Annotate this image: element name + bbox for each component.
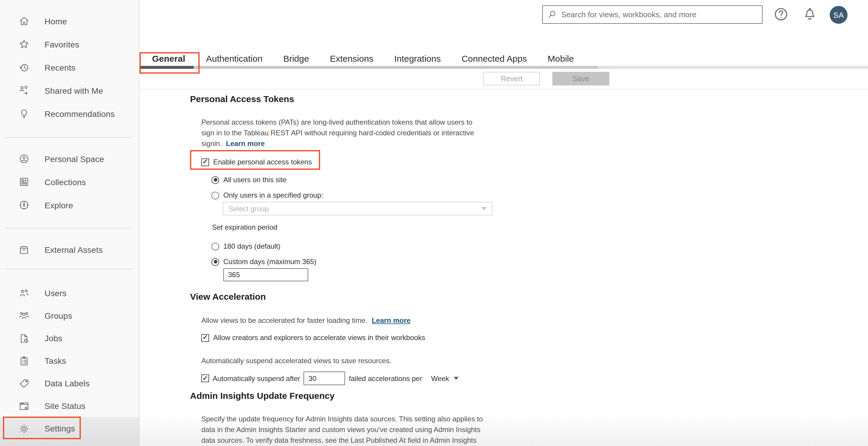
sidebar-item-site-status[interactable]: Site Status: [0, 394, 139, 417]
lightbulb-icon: [18, 107, 30, 120]
expiration-custom-radio[interactable]: [211, 258, 219, 266]
sidebar-admin-group: Users Groups Jobs Tasks Data Labels Site…: [0, 282, 139, 440]
tab-integrations[interactable]: Integrations: [394, 54, 441, 64]
pat-learn-more-link[interactable]: Learn more: [226, 139, 265, 148]
specified-group-radio[interactable]: [211, 192, 219, 199]
revert-button[interactable]: Revert: [484, 72, 540, 85]
notifications-button[interactable]: [801, 5, 818, 23]
va-section-heading: View Acceleration: [190, 291, 266, 302]
va-description: Allow views to be accelerated for faster…: [202, 315, 410, 326]
pat-section-heading: Personal Access Tokens: [190, 94, 294, 104]
ai-description-line: data in the Admin Insights Starter and c…: [202, 424, 483, 435]
sidebar-divider: [5, 269, 132, 269]
browser-status-icon: [18, 400, 30, 412]
suspend-count-input[interactable]: [304, 372, 345, 385]
va-suspend-intro: Automatically suspend accelerated views …: [202, 355, 392, 366]
va-suspend-checkbox[interactable]: [202, 375, 209, 382]
sidebar-item-data-labels[interactable]: Data Labels: [0, 372, 139, 394]
sidebar-item-groups[interactable]: Groups: [0, 304, 139, 327]
sidebar-item-label: Groups: [44, 311, 72, 320]
sidebar-divider: [5, 137, 132, 138]
tab-authentication[interactable]: Authentication: [206, 54, 262, 64]
va-allow-label: Allow creators and explorers to accelera…: [213, 334, 425, 342]
expiration-180-radio[interactable]: [211, 242, 219, 250]
expiration-custom-label: Custom days (maximum 365): [223, 258, 316, 266]
groups-icon: [18, 309, 30, 322]
pat-description: Personal access tokens (PATs) are long-l…: [202, 117, 474, 149]
tab-connected-apps[interactable]: Connected Apps: [462, 54, 527, 64]
search-icon: [547, 9, 557, 20]
pat-all-users-row: All users on this site: [211, 176, 286, 184]
sidebar-divider: [5, 228, 132, 229]
chevron-down-icon: [482, 207, 487, 210]
sidebar-item-users[interactable]: Users: [0, 282, 139, 304]
specified-group-label: Only users in a specified group:: [223, 191, 323, 199]
sidebar-item-settings[interactable]: Settings: [0, 417, 139, 440]
home-icon: [18, 15, 30, 27]
star-icon: [18, 38, 30, 50]
enable-pat-checkbox[interactable]: [202, 158, 209, 166]
save-button[interactable]: Save: [552, 72, 609, 85]
settings-tab-bar: General Authentication Bridge Extensions…: [152, 54, 574, 64]
tab-bridge[interactable]: Bridge: [283, 54, 309, 64]
tableau-settings-page: Home Favorites Recents Shared with Me Re…: [0, 0, 868, 446]
sidebar-item-label: Personal Space: [44, 154, 104, 164]
tab-general[interactable]: General: [152, 54, 185, 64]
expiration-180-label: 180 days (default): [223, 242, 280, 250]
tab-track: [140, 66, 868, 69]
tab-track-inner: [140, 66, 598, 69]
help-icon: [773, 6, 789, 23]
sidebar-item-label: External Assets: [44, 245, 103, 254]
group-select[interactable]: Select group: [223, 202, 492, 215]
custom-days-input[interactable]: [223, 268, 308, 281]
bell-icon: [802, 6, 817, 22]
sidebar-item-label: Recommendations: [44, 109, 115, 118]
sidebar-item-label: Settings: [44, 424, 75, 433]
tag-icon: [18, 377, 30, 390]
sidebar-item-home[interactable]: Home: [0, 9, 139, 33]
sidebar-item-explore[interactable]: Explore: [0, 194, 139, 217]
enable-pat-label: Enable personal access tokens: [213, 158, 312, 166]
sidebar-item-external-assets[interactable]: External Assets: [0, 238, 139, 261]
document-clock-icon: [18, 332, 30, 345]
chevron-down-icon: [454, 377, 459, 380]
help-button[interactable]: [772, 5, 790, 23]
ai-description-line: Specify the update frequency for Admin I…: [202, 414, 483, 424]
sidebar-item-collections[interactable]: Collections: [0, 170, 139, 194]
sidebar-item-tasks[interactable]: Tasks: [0, 349, 139, 372]
archive-box-icon: [18, 243, 30, 256]
sidebar-item-label: Shared with Me: [44, 86, 103, 95]
tab-mobile[interactable]: Mobile: [548, 54, 574, 64]
active-tab-indicator: [140, 66, 194, 69]
user-avatar[interactable]: SA: [830, 6, 847, 24]
shared-people-icon: [18, 84, 30, 97]
ai-description: Specify the update frequency for Admin I…: [202, 414, 483, 446]
sidebar-item-label: Recents: [44, 63, 75, 72]
sidebar-item-recommendations[interactable]: Recommendations: [0, 102, 139, 125]
pat-description-line: sign in to the Tableau REST API without …: [202, 128, 474, 138]
tab-extensions[interactable]: Extensions: [330, 54, 374, 64]
sidebar-item-favorites[interactable]: Favorites: [0, 33, 139, 56]
va-allow-checkbox[interactable]: [202, 334, 209, 342]
sidebar-item-personal-space[interactable]: Personal Space: [0, 147, 139, 170]
expiration-custom-row: Custom days (maximum 365): [211, 258, 316, 266]
va-learn-more-link[interactable]: Learn more: [372, 316, 411, 324]
sidebar-item-shared-with-me[interactable]: Shared with Me: [0, 79, 139, 102]
person-circle-icon: [18, 152, 30, 165]
sidebar-item-label: Jobs: [44, 334, 62, 343]
sidebar-item-recents[interactable]: Recents: [0, 56, 139, 79]
sidebar-item-label: Data Labels: [44, 379, 90, 388]
pat-description-line: Personal access tokens (PATs) are long-l…: [202, 117, 474, 128]
suspend-period-select[interactable]: Week: [431, 374, 459, 382]
group-select-placeholder: Select group: [229, 204, 269, 213]
pat-description-line: signin. Learn more: [202, 138, 474, 149]
gear-icon: [18, 422, 30, 435]
search-input[interactable]: [542, 5, 763, 24]
ai-section-heading: Admin Insights Update Frequency: [190, 390, 335, 401]
va-suspend-prefix: Automatically suspend after: [213, 374, 300, 382]
va-suspend-suffix: failed accelerations per: [349, 374, 422, 382]
all-users-label: All users on this site: [223, 176, 286, 184]
all-users-radio[interactable]: [211, 176, 219, 184]
sidebar-item-label: Users: [44, 288, 66, 298]
sidebar-item-jobs[interactable]: Jobs: [0, 327, 139, 349]
